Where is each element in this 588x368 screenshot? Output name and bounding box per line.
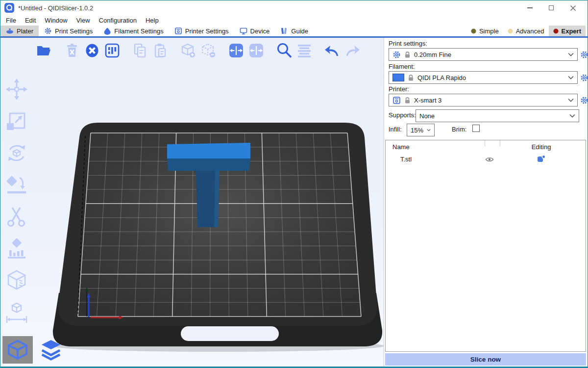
seam-painting-icon: [5, 269, 28, 292]
rotate-button[interactable]: [3, 141, 30, 165]
guide-icon: [280, 27, 288, 35]
redo-button[interactable]: [344, 42, 361, 59]
bed-handle-cutout: [181, 326, 279, 341]
tab-print-settings[interactable]: Print Settings: [39, 26, 98, 36]
print-settings-value: 0.20mm Fine: [414, 51, 451, 58]
editor-cube-icon: [6, 339, 29, 361]
mode-simple[interactable]: Simple: [466, 26, 503, 36]
mode-label: Advanced: [516, 27, 544, 35]
menu-edit[interactable]: Edit: [21, 17, 40, 24]
measure-button[interactable]: [3, 300, 30, 325]
model-t-top-face: [167, 143, 250, 158]
viewport-3d[interactable]: [0, 38, 384, 367]
gear-icon: [392, 51, 401, 59]
simple-mode-dot-icon: [471, 28, 476, 34]
tab-label: Plater: [17, 27, 33, 35]
menu-bar: File Edit Window View Configuration Help: [0, 15, 588, 26]
chevron-down-icon: [568, 53, 574, 56]
mode-advanced[interactable]: Advanced: [503, 26, 549, 36]
paste-button[interactable]: [152, 42, 169, 59]
maximize-button[interactable]: [540, 0, 562, 15]
filament-combo[interactable]: QIDI PLA Rapido: [389, 71, 578, 84]
tab-filament-settings[interactable]: Filament Settings: [98, 26, 169, 36]
infill-value: 15%: [411, 127, 423, 134]
supports-combo[interactable]: None: [416, 109, 579, 122]
window-title: *Untitled - QIDISlicer-1.0.2: [18, 4, 93, 12]
view-switch: [2, 336, 66, 364]
open-button[interactable]: [36, 42, 52, 59]
tab-guide[interactable]: Guide: [275, 26, 314, 36]
menu-help[interactable]: Help: [141, 17, 163, 24]
undo-icon: [324, 43, 340, 58]
lock-icon: [404, 51, 411, 58]
brim-checkbox[interactable]: [472, 125, 480, 132]
add-instance-button[interactable]: [180, 42, 196, 59]
copy-button[interactable]: [132, 42, 148, 59]
eye-icon[interactable]: [485, 157, 494, 162]
move-icon: [5, 78, 28, 101]
search-button[interactable]: [276, 42, 293, 59]
paint-on-supports-icon: [5, 237, 28, 261]
chevron-down-icon: [569, 114, 575, 118]
minimize-button[interactable]: [519, 0, 540, 15]
menu-view[interactable]: View: [72, 17, 95, 24]
edit-object-icon[interactable]: [537, 155, 546, 162]
menu-file[interactable]: File: [1, 17, 21, 24]
filament-label: Filament:: [389, 63, 415, 70]
tab-label: Device: [250, 27, 270, 35]
print-settings-combo[interactable]: 0.20mm Fine: [389, 48, 578, 61]
scale-button[interactable]: [3, 109, 30, 133]
tab-label: Printer Settings: [185, 27, 229, 35]
object-list-header: Name Editing: [386, 140, 586, 153]
close-icon: [570, 5, 576, 11]
tab-device[interactable]: Device: [234, 26, 275, 36]
chevron-down-icon: [568, 98, 574, 102]
filament-edit-button[interactable]: [580, 73, 588, 82]
mode-expert[interactable]: Expert: [549, 26, 586, 36]
arrange-button[interactable]: [104, 42, 121, 59]
gear-icon: [580, 51, 588, 59]
variable-layer-height-button[interactable]: [296, 42, 313, 59]
paint-on-supports-button[interactable]: [3, 237, 30, 261]
remove-instance-button[interactable]: [200, 42, 217, 59]
split-to-objects-button[interactable]: [228, 42, 245, 59]
object-list: Name Editing T.stl: [385, 140, 586, 352]
column-separator[interactable]: [500, 140, 500, 146]
menu-window[interactable]: Window: [40, 17, 72, 24]
printer-edit-button[interactable]: [580, 96, 588, 105]
plater-toolbar: [36, 42, 361, 59]
settings-sidebar: Print settings: 0.20mm Fine: [384, 38, 588, 367]
plater-icon: [6, 27, 14, 35]
variable-layer-height-icon: [296, 43, 312, 58]
delete-all-button[interactable]: [84, 42, 100, 59]
print-settings-label: Print settings:: [389, 40, 427, 47]
printer-combo[interactable]: X-smart 3: [389, 94, 578, 106]
slice-now-button[interactable]: Slice now: [385, 353, 586, 366]
remove-instance-icon: [200, 43, 216, 58]
undo-button[interactable]: [324, 42, 341, 59]
infill-combo[interactable]: 15%: [407, 124, 435, 136]
editor-view-button[interactable]: [2, 336, 33, 364]
measure-icon: [5, 301, 28, 324]
preview-view-button[interactable]: [36, 336, 66, 364]
cut-button[interactable]: [3, 205, 30, 229]
printer-label: Printer:: [389, 85, 409, 93]
delete-button[interactable]: [64, 42, 80, 59]
minimize-icon: [527, 7, 533, 8]
seam-painting-button[interactable]: [3, 268, 30, 293]
move-button[interactable]: [3, 77, 30, 102]
split-to-parts-button[interactable]: [248, 42, 265, 59]
tab-bar: Plater Print Settings Filament Settings …: [0, 26, 588, 38]
print-settings-edit-button[interactable]: [580, 50, 588, 59]
delete-icon: [64, 43, 80, 58]
gizmo-toolbar: [3, 77, 30, 325]
close-button[interactable]: [562, 0, 584, 15]
menu-configuration[interactable]: Configuration: [95, 17, 141, 24]
tab-plater[interactable]: Plater: [0, 26, 39, 36]
object-list-row[interactable]: T.stl: [386, 153, 586, 165]
column-separator[interactable]: [485, 140, 485, 146]
preview-layers-icon: [40, 339, 62, 361]
place-on-face-button[interactable]: [3, 173, 30, 197]
tab-printer-settings[interactable]: Printer Settings: [169, 26, 234, 36]
gear-icon: [44, 27, 52, 35]
